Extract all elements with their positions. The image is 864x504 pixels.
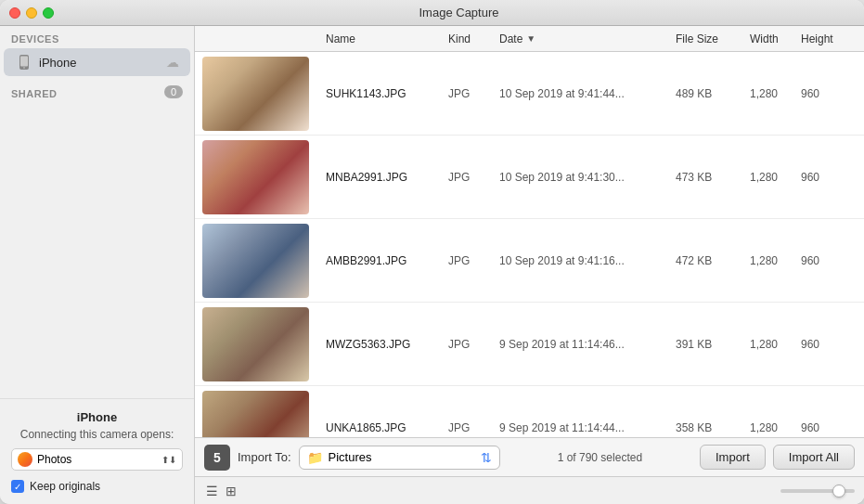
thumbnail-image bbox=[202, 391, 309, 438]
main-window: Image Capture DEVICES iPhone ☁ SHARED 0 bbox=[0, 0, 864, 504]
file-name: UNKA1865.JPG bbox=[318, 421, 448, 434]
shared-header: SHARED bbox=[11, 81, 57, 103]
camera-app-icon bbox=[18, 452, 32, 467]
file-width: 1,280 bbox=[750, 171, 801, 184]
table-row[interactable]: MWZG5363.JPGJPG9 Sep 2019 at 11:14:46...… bbox=[195, 303, 864, 386]
selection-status: 1 of 790 selected bbox=[508, 451, 692, 464]
file-width: 1,280 bbox=[750, 421, 801, 434]
camera-opens-row: Photos ⬆⬇ bbox=[11, 448, 183, 471]
file-height: 960 bbox=[801, 421, 819, 434]
view-icons: ☰ ⊞ bbox=[204, 482, 239, 500]
table-row[interactable]: AMBB2991.JPGJPG10 Sep 2019 at 9:41:16...… bbox=[195, 219, 864, 303]
file-thumbnail bbox=[202, 140, 309, 214]
file-thumbnail bbox=[202, 57, 309, 131]
import-all-button[interactable]: Import All bbox=[773, 445, 855, 470]
svg-point-2 bbox=[23, 67, 25, 69]
sidebar-item-iphone[interactable]: iPhone ☁ bbox=[4, 48, 190, 76]
col-filesize-header[interactable]: File Size bbox=[676, 32, 750, 45]
file-size: 358 KB bbox=[676, 421, 750, 434]
sidebar-device-sub: Connecting this camera opens: bbox=[11, 428, 183, 441]
col-date-header[interactable]: Date ▼ bbox=[499, 32, 676, 45]
file-size: 391 KB bbox=[676, 338, 750, 351]
file-kind: JPG bbox=[448, 87, 499, 100]
sidebar: DEVICES iPhone ☁ SHARED 0 iPhone bbox=[0, 26, 195, 504]
col-name-header[interactable]: Name bbox=[318, 32, 448, 45]
file-name: SUHK1143.JPG bbox=[318, 87, 448, 100]
devices-header: DEVICES bbox=[0, 26, 194, 48]
file-size: 489 KB bbox=[676, 87, 750, 100]
destination-arrow-icon: ⇅ bbox=[481, 450, 492, 465]
file-height: 960 bbox=[801, 171, 819, 184]
file-thumbnail bbox=[202, 391, 309, 438]
keep-originals-row[interactable]: ✓ Keep originals bbox=[11, 480, 183, 493]
traffic-lights bbox=[9, 7, 54, 19]
file-name: MNBA2991.JPG bbox=[318, 171, 448, 184]
file-height: 960 bbox=[801, 338, 819, 351]
keep-originals-checkbox[interactable]: ✓ bbox=[11, 480, 24, 493]
window-title: Image Capture bbox=[63, 6, 855, 19]
table-row[interactable]: UNKA1865.JPGJPG9 Sep 2019 at 11:14:44...… bbox=[195, 386, 864, 437]
file-width: 1,280 bbox=[750, 87, 801, 100]
file-date: 9 Sep 2019 at 11:14:44... bbox=[499, 421, 676, 434]
file-width: 1,280 bbox=[750, 338, 801, 351]
file-date: 10 Sep 2019 at 9:41:44... bbox=[499, 87, 676, 100]
file-height: 960 bbox=[801, 254, 819, 267]
shared-section: SHARED 0 bbox=[0, 76, 194, 108]
destination-label: Pictures bbox=[329, 450, 372, 464]
sidebar-bottom: iPhone Connecting this camera opens: Pho… bbox=[0, 398, 194, 504]
date-label: Date bbox=[499, 32, 522, 45]
sidebar-device-name: iPhone bbox=[11, 410, 183, 424]
status-bar: ☰ ⊞ bbox=[195, 476, 864, 504]
svg-rect-1 bbox=[20, 57, 28, 67]
file-size: 472 KB bbox=[676, 254, 750, 267]
cloud-icon: ☁ bbox=[166, 55, 179, 70]
keep-originals-label: Keep originals bbox=[30, 480, 100, 493]
import-button[interactable]: Import bbox=[700, 445, 766, 470]
column-header: Name Kind Date ▼ File Size Width Height bbox=[195, 26, 864, 52]
folder-icon: 📁 bbox=[307, 450, 323, 465]
file-thumbnail bbox=[202, 307, 309, 381]
col-width-header[interactable]: Width bbox=[750, 32, 801, 45]
file-kind: JPG bbox=[448, 421, 499, 434]
slider-track[interactable] bbox=[780, 489, 855, 493]
file-date: 10 Sep 2019 at 9:41:30... bbox=[499, 171, 676, 184]
file-kind: JPG bbox=[448, 171, 499, 184]
zoom-slider[interactable] bbox=[780, 489, 855, 493]
file-height: 960 bbox=[801, 87, 819, 100]
file-size: 473 KB bbox=[676, 171, 750, 184]
file-name: MWZG5363.JPG bbox=[318, 338, 448, 351]
camera-select-arrow-icon: ⬆⬇ bbox=[161, 455, 176, 465]
import-bar: 5 Import To: 📁 Pictures ⇅ 1 of 790 selec… bbox=[195, 437, 864, 476]
iphone-icon bbox=[15, 53, 33, 71]
file-date: 10 Sep 2019 at 9:41:16... bbox=[499, 254, 676, 267]
list-view-icon[interactable]: ☰ bbox=[204, 482, 220, 500]
file-kind: JPG bbox=[448, 254, 499, 267]
file-width: 1,280 bbox=[750, 254, 801, 267]
sort-arrow-icon: ▼ bbox=[526, 33, 535, 44]
import-count-badge: 5 bbox=[204, 445, 230, 471]
col-kind-header[interactable]: Kind bbox=[448, 32, 499, 45]
import-to-label: Import To: bbox=[238, 450, 291, 464]
shared-badge: 0 bbox=[164, 85, 183, 98]
minimize-button[interactable] bbox=[26, 7, 37, 19]
file-thumbnail bbox=[202, 224, 309, 298]
titlebar: Image Capture bbox=[0, 0, 864, 26]
camera-app-label: Photos bbox=[37, 453, 71, 466]
table-row[interactable]: MNBA2991.JPGJPG10 Sep 2019 at 9:41:30...… bbox=[195, 136, 864, 219]
col-height-header[interactable]: Height bbox=[801, 32, 833, 45]
thumbnail-image bbox=[202, 224, 309, 298]
slider-thumb[interactable] bbox=[832, 485, 845, 498]
file-date: 9 Sep 2019 at 11:14:46... bbox=[499, 338, 676, 351]
table-row[interactable]: SUHK1143.JPGJPG10 Sep 2019 at 9:41:44...… bbox=[195, 52, 864, 136]
file-name: AMBB2991.JPG bbox=[318, 254, 448, 267]
thumbnail-image bbox=[202, 140, 309, 214]
main-area: Name Kind Date ▼ File Size Width Height … bbox=[195, 26, 864, 504]
file-list: SUHK1143.JPGJPG10 Sep 2019 at 9:41:44...… bbox=[195, 52, 864, 437]
maximize-button[interactable] bbox=[43, 7, 54, 19]
camera-app-select[interactable]: Photos ⬆⬇ bbox=[11, 448, 183, 471]
close-button[interactable] bbox=[9, 7, 20, 19]
import-destination-select[interactable]: 📁 Pictures ⇅ bbox=[299, 446, 500, 470]
thumbnail-image bbox=[202, 307, 309, 381]
grid-view-icon[interactable]: ⊞ bbox=[224, 482, 239, 500]
file-kind: JPG bbox=[448, 338, 499, 351]
